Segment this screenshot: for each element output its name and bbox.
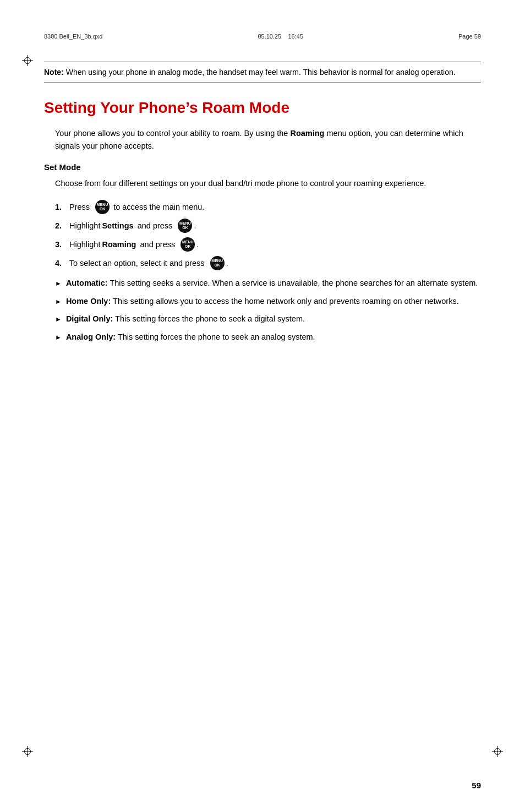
menu-btn-2: MENU OK bbox=[178, 219, 192, 233]
bullet-digital-content: Digital Only: This setting forces the ph… bbox=[66, 313, 481, 325]
bullet-automatic-content: Automatic: This setting seeks a service.… bbox=[66, 277, 481, 289]
page: 8300 Bell_EN_3b.qxd 05.10.25 16:45 Page … bbox=[0, 0, 525, 812]
bullet-list: ► Automatic: This setting seeks a servic… bbox=[44, 277, 481, 343]
note-text: When using your phone in analog mode, th… bbox=[64, 68, 456, 77]
analog-only-text: This setting forces the phone to seek an… bbox=[118, 333, 315, 341]
sub-text: Choose from four different settings on y… bbox=[44, 177, 481, 190]
step-1-content: Press MENU OK to access the main menu. bbox=[67, 200, 204, 214]
bullet-digital-only: ► Digital Only: This setting forces the … bbox=[55, 313, 481, 325]
arrow-icon-1: ► bbox=[55, 279, 62, 289]
arrow-icon-2: ► bbox=[55, 297, 62, 307]
header-right: Page 59 bbox=[458, 33, 481, 40]
step-4-num: 4. bbox=[55, 257, 67, 270]
section-heading: Setting Your Phone’s Roam Mode bbox=[44, 99, 481, 117]
home-only-text: This setting allows you to access the ho… bbox=[113, 297, 459, 306]
bullet-analog-only: ► Analog Only: This setting forces the p… bbox=[55, 331, 481, 343]
arrow-icon-3: ► bbox=[55, 314, 62, 325]
crosshair-br bbox=[492, 746, 503, 757]
menu-btn-4: MENU OK bbox=[210, 256, 225, 270]
crosshair-tl bbox=[22, 55, 33, 66]
step-2-content: Highlight Settings and press MENU OK . bbox=[67, 219, 196, 233]
bullet-analog-content: Analog Only: This setting forces the pho… bbox=[66, 331, 481, 343]
page-header: 8300 Bell_EN_3b.qxd 05.10.25 16:45 Page … bbox=[44, 33, 481, 40]
step-4-content: To select an option, select it and press… bbox=[67, 256, 228, 270]
roaming-bold: Roaming bbox=[290, 129, 324, 138]
page-number: 59 bbox=[472, 781, 481, 790]
digital-only-text: This setting forces the phone to seek a … bbox=[115, 314, 305, 323]
bullet-home-only: ► Home Only: This setting allows you to … bbox=[55, 295, 481, 307]
intro-text: Your phone allows you to control your ab… bbox=[44, 127, 481, 152]
note-box: Note: When using your phone in analog mo… bbox=[44, 62, 481, 83]
step-3-num: 3. bbox=[55, 238, 67, 251]
step-2: 2. Highlight Settings and press MENU OK … bbox=[55, 219, 481, 233]
bullet-automatic: ► Automatic: This setting seeks a servic… bbox=[55, 277, 481, 289]
roaming-bold-step3: Roaming bbox=[102, 238, 136, 251]
sub-heading: Set Mode bbox=[44, 162, 481, 172]
crosshair-bl bbox=[22, 746, 33, 757]
analog-only-label: Analog Only: bbox=[66, 333, 116, 341]
step-4: 4. To select an option, select it and pr… bbox=[55, 256, 481, 270]
steps-list: 1. Press MENU OK to access the main menu… bbox=[44, 200, 481, 270]
settings-bold: Settings bbox=[102, 220, 133, 232]
arrow-icon-4: ► bbox=[55, 333, 62, 343]
header-left: 8300 Bell_EN_3b.qxd bbox=[44, 33, 102, 40]
automatic-label: Automatic: bbox=[66, 279, 108, 287]
step-3: 3. Highlight Roaming and press MENU OK . bbox=[55, 237, 481, 252]
automatic-text: This setting seeks a service. When a ser… bbox=[110, 279, 478, 287]
menu-btn-3: MENU OK bbox=[181, 237, 195, 252]
home-only-label: Home Only: bbox=[66, 297, 111, 306]
step-1: 1. Press MENU OK to access the main menu… bbox=[55, 200, 481, 214]
bullet-home-content: Home Only: This setting allows you to ac… bbox=[66, 295, 481, 307]
digital-only-label: Digital Only: bbox=[66, 314, 113, 323]
step-3-content: Highlight Roaming and press MENU OK . bbox=[67, 237, 199, 252]
menu-btn-1: MENU OK bbox=[95, 200, 110, 214]
header-center: 05.10.25 16:45 bbox=[258, 33, 303, 40]
step-2-num: 2. bbox=[55, 220, 67, 232]
step-1-num: 1. bbox=[55, 201, 67, 214]
note-label: Note: bbox=[44, 68, 64, 77]
